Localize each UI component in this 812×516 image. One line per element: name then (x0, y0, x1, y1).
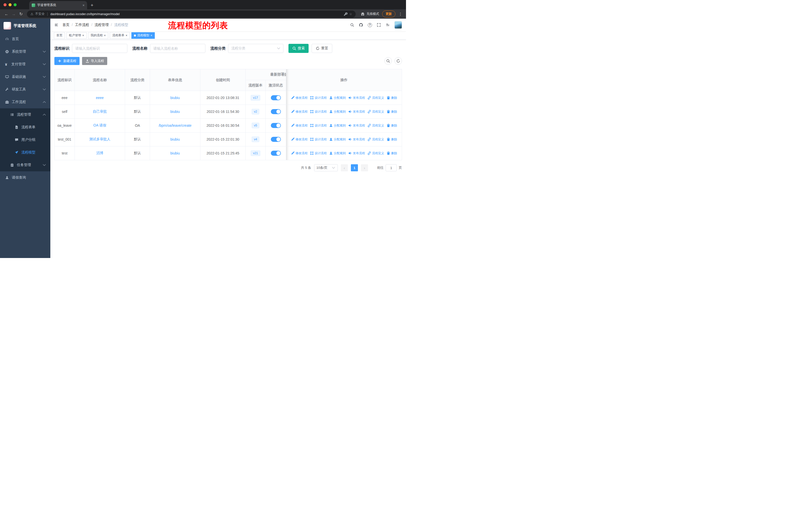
process-category-select[interactable]: 流程分类 (228, 44, 283, 53)
process-definition-link[interactable]: 流程定义 (367, 124, 384, 128)
process-name-link[interactable]: 测试多审批人 (89, 137, 111, 141)
form-info-link[interactable]: biubiu (170, 110, 180, 114)
next-page-button[interactable]: › (361, 164, 368, 171)
edit-process-link[interactable]: 修改流程 (291, 96, 308, 100)
delete-process-link[interactable]: 删除 (386, 137, 397, 142)
process-definition-link[interactable]: 流程定义 (367, 96, 384, 100)
sidebar-item-task-management[interactable]: 任务管理 (0, 159, 50, 171)
browser-tab[interactable]: 芋道管理系统 × (29, 1, 87, 9)
reload-button[interactable]: ↻ (18, 11, 24, 17)
active-toggle[interactable] (271, 151, 281, 156)
toggle-search-button[interactable] (384, 57, 392, 65)
form-info-link[interactable]: biubiu (170, 151, 180, 155)
forward-button[interactable]: → (10, 12, 17, 17)
new-tab-button[interactable]: + (91, 2, 93, 8)
delete-process-link[interactable]: 删除 (386, 124, 397, 128)
assign-rule-link[interactable]: 分配规则 (329, 151, 346, 156)
publish-process-link[interactable]: 发布流程 (348, 151, 365, 156)
breadcrumb-process-management[interactable]: 流程管理 (95, 23, 114, 27)
assign-rule-link[interactable]: 分配规则 (329, 110, 346, 114)
sidebar-item-system[interactable]: 系统管理 (0, 45, 50, 58)
chrome-update-button[interactable]: 更新 (382, 10, 396, 18)
active-toggle[interactable] (271, 95, 281, 100)
edit-process-link[interactable]: 修改流程 (291, 151, 308, 156)
sidebar-toggle-icon[interactable] (54, 23, 58, 27)
url-bar[interactable]: ⚠ 不安全 dashboard.yudao.iocoder.cn/bpm/man… (27, 10, 356, 18)
active-toggle[interactable] (271, 109, 281, 114)
delete-process-link[interactable]: 删除 (386, 96, 397, 100)
delete-process-link[interactable]: 删除 (386, 110, 397, 114)
header-search-icon[interactable] (350, 23, 354, 27)
tag-my-process[interactable]: 我的流程× (88, 32, 108, 39)
window-zoom-button[interactable] (13, 3, 17, 6)
password-key-icon[interactable] (344, 12, 348, 16)
sidebar-item-home[interactable]: 首页 (0, 33, 50, 45)
import-process-button[interactable]: 导入流程 (82, 57, 107, 65)
process-name-link[interactable]: eeee (96, 96, 104, 100)
sidebar-item-workflow[interactable]: 工作流程 (0, 96, 50, 108)
tag-process-model[interactable]: 流程模型× (132, 32, 155, 39)
window-close-button[interactable] (3, 3, 6, 6)
tag-process-form[interactable]: 流程表单× (110, 32, 130, 39)
browser-menu-icon[interactable]: ⋮ (398, 12, 403, 17)
active-toggle[interactable] (271, 123, 281, 128)
process-definition-link[interactable]: 流程定义 (367, 151, 384, 156)
breadcrumb-workflow[interactable]: 工作流程 (75, 23, 95, 27)
publish-process-link[interactable]: 发布流程 (348, 110, 365, 114)
tab-close-icon[interactable]: × (83, 3, 85, 7)
assign-rule-link[interactable]: 分配规则 (329, 96, 346, 100)
sidebar-item-devtools[interactable]: 研发工具 (0, 83, 50, 96)
help-icon[interactable]: ? (368, 23, 372, 27)
sidebar-item-process-model[interactable]: 流程模型 (0, 146, 50, 159)
window-minimize-button[interactable] (8, 3, 11, 6)
github-icon[interactable] (359, 23, 363, 27)
form-info-link[interactable]: biubiu (170, 137, 180, 141)
fullscreen-icon[interactable] (377, 23, 381, 27)
process-key-input[interactable] (72, 44, 127, 53)
edit-process-link[interactable]: 修改流程 (291, 124, 308, 128)
edit-process-link[interactable]: 修改流程 (291, 137, 308, 142)
design-process-link[interactable]: 设计流程 (310, 124, 327, 128)
create-process-button[interactable]: 新建流程 (54, 57, 80, 65)
back-button[interactable]: ← (3, 12, 10, 17)
tag-home[interactable]: 首页 (54, 32, 65, 39)
design-process-link[interactable]: 设计流程 (310, 110, 327, 114)
reset-button[interactable]: 重置 (312, 44, 332, 53)
sidebar-item-payment[interactable]: ¥ 支付管理 (0, 58, 50, 71)
breadcrumb-home[interactable]: 首页 (62, 23, 75, 27)
bookmark-star-icon[interactable]: ☆ (349, 12, 352, 16)
sidebar-item-process-management[interactable]: 流程管理 (0, 108, 50, 121)
delete-process-link[interactable]: 删除 (386, 151, 397, 156)
tag-close-icon[interactable]: × (150, 34, 152, 37)
search-button[interactable]: 搜索 (288, 44, 309, 53)
process-name-link[interactable]: 自己审批 (93, 109, 107, 113)
security-label[interactable]: 不安全 (35, 12, 45, 16)
design-process-link[interactable]: 设计流程 (310, 151, 327, 156)
form-info-link[interactable]: biubiu (170, 96, 180, 100)
sidebar-item-user-group[interactable]: 用户分组 (0, 134, 50, 146)
process-name-link[interactable]: OA 请假 (93, 123, 106, 127)
publish-process-link[interactable]: 发布流程 (348, 137, 365, 142)
active-toggle[interactable] (271, 137, 281, 142)
form-info-link[interactable]: /bpm/oa/leave/create (158, 124, 192, 128)
font-size-icon[interactable] (386, 23, 389, 27)
goto-page-input[interactable] (386, 164, 397, 171)
design-process-link[interactable]: 设计流程 (310, 137, 327, 142)
edit-process-link[interactable]: 修改流程 (291, 110, 308, 114)
refresh-table-button[interactable] (395, 57, 402, 65)
tag-close-icon[interactable]: × (104, 34, 106, 37)
process-definition-link[interactable]: 流程定义 (367, 110, 384, 114)
sidebar-item-leave-query[interactable]: 请假查询 (0, 171, 50, 184)
assign-rule-link[interactable]: 分配规则 (329, 124, 346, 128)
user-avatar[interactable] (395, 21, 402, 29)
tag-tenant[interactable]: 租户管理× (66, 32, 87, 39)
sidebar-item-infrastructure[interactable]: 基础设施 (0, 71, 50, 83)
current-page-button[interactable]: 1 (351, 164, 358, 171)
prev-page-button[interactable]: ‹ (341, 164, 348, 171)
publish-process-link[interactable]: 发布流程 (348, 96, 365, 100)
process-name-link[interactable]: 滔博 (96, 151, 104, 155)
publish-process-link[interactable]: 发布流程 (348, 124, 365, 128)
tag-close-icon[interactable]: × (125, 34, 127, 37)
process-name-input[interactable] (150, 44, 205, 53)
process-definition-link[interactable]: 流程定义 (367, 137, 384, 142)
